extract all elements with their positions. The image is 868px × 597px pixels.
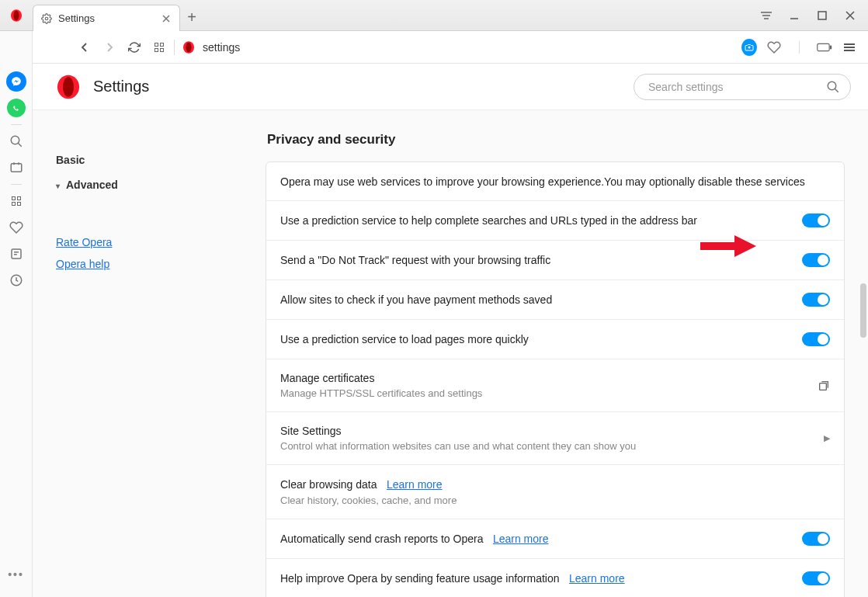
opera-logo-icon <box>10 9 23 22</box>
row-label: Manage certificates <box>280 372 818 384</box>
svg-marker-17 <box>734 235 756 257</box>
chevron-left-icon <box>79 42 90 53</box>
svg-point-4 <box>11 136 19 144</box>
minimize-icon <box>789 10 800 21</box>
rail-history-button[interactable] <box>6 270 26 290</box>
row-prediction-search[interactable]: Use a prediction service to help complet… <box>266 201 844 241</box>
whatsapp-icon <box>7 99 26 117</box>
learn-more-link[interactable]: Learn more <box>387 478 443 491</box>
camera-icon <box>741 39 757 56</box>
whatsapp-button[interactable] <box>6 98 26 118</box>
row-do-not-track[interactable]: Send a "Do Not Track" request with your … <box>266 241 844 280</box>
row-clear-browsing-data[interactable]: Clear browsing data Learn more Clear his… <box>266 465 844 519</box>
tab-menu-button[interactable] <box>759 9 773 23</box>
toggle-payment-methods[interactable] <box>802 293 830 307</box>
row-prediction-load[interactable]: Use a prediction service to load pages m… <box>266 320 844 359</box>
battery-saver-button[interactable] <box>817 40 832 55</box>
row-manage-certificates[interactable]: Manage certificates Manage HTTPS/SSL cer… <box>266 359 844 412</box>
rail-bookmarks-button[interactable] <box>6 217 26 238</box>
toggle-prediction-load[interactable] <box>802 332 830 346</box>
gear-icon <box>41 13 52 24</box>
toggle-crash-reports[interactable] <box>802 532 830 546</box>
sidebar-item-basic[interactable]: Basic <box>56 148 250 172</box>
settings-sidebar: Basic Advanced Rate Opera Opera help <box>33 110 266 597</box>
opera-menu-button[interactable] <box>0 0 33 30</box>
newspaper-icon <box>9 247 23 261</box>
row-intro: Opera may use web services to improve yo… <box>266 162 844 201</box>
sidebar-link-rate-opera[interactable]: Rate Opera <box>56 231 250 253</box>
svg-point-9 <box>186 42 191 52</box>
rail-separator <box>11 184 22 185</box>
chevron-right-icon <box>104 42 115 53</box>
easy-setup-button[interactable] <box>842 40 857 55</box>
intro-text: Opera may use web services to improve yo… <box>280 175 830 188</box>
address-field[interactable]: settings <box>182 41 741 54</box>
toggle-do-not-track[interactable] <box>802 253 830 267</box>
left-rail: ••• <box>0 31 33 597</box>
opera-logo-icon <box>182 41 195 54</box>
row-sublabel: Manage HTTPS/SSL certificates and settin… <box>280 387 818 399</box>
tab-title: Settings <box>58 12 95 24</box>
close-icon <box>845 10 856 21</box>
toggle-prediction-search[interactable] <box>802 213 830 227</box>
speed-dial-icon <box>155 43 164 52</box>
row-label: Allow sites to check if you have payment… <box>280 293 802 306</box>
row-label: Use a prediction service to help complet… <box>280 214 802 227</box>
svg-rect-15 <box>820 383 827 390</box>
settings-page: Settings Basic Advanced Rate Opera Opera… <box>33 64 868 597</box>
tab-menu-icon <box>760 10 773 21</box>
rail-settings-button[interactable]: ••• <box>6 564 26 585</box>
title-bar: Settings + <box>0 0 868 31</box>
maximize-button[interactable] <box>815 9 829 23</box>
rail-separator <box>11 124 22 125</box>
reload-button[interactable] <box>127 40 141 54</box>
tab-close-button[interactable] <box>161 13 172 24</box>
settings-header: Settings <box>33 64 868 110</box>
toggle-usage-info[interactable] <box>802 571 830 585</box>
learn-more-link[interactable]: Learn more <box>569 572 625 585</box>
maximize-icon <box>818 11 827 20</box>
new-tab-button[interactable]: + <box>180 5 203 30</box>
chevron-right-icon: ▶ <box>824 433 830 443</box>
opera-logo-icon <box>56 75 81 99</box>
forward-button[interactable] <box>102 40 116 54</box>
messenger-button[interactable] <box>6 71 26 92</box>
search-settings-input[interactable] <box>634 74 851 100</box>
search-settings-wrap <box>634 74 851 100</box>
snapshot-button[interactable] <box>741 40 757 55</box>
address-text: settings <box>203 41 240 54</box>
row-label: Help improve Opera by sending feature us… <box>280 572 560 585</box>
speed-dial-button[interactable] <box>152 40 166 54</box>
svg-point-13 <box>63 77 74 97</box>
row-usage-info[interactable]: Help improve Opera by sending feature us… <box>266 559 844 597</box>
rail-news-button[interactable] <box>6 244 26 264</box>
svg-point-2 <box>45 17 48 20</box>
row-payment-methods[interactable]: Allow sites to check if you have payment… <box>266 280 844 320</box>
section-title-privacy: Privacy and security <box>266 132 845 148</box>
row-label: Use a prediction service to load pages m… <box>280 333 802 345</box>
row-site-settings[interactable]: Site Settings Control what information w… <box>266 412 844 465</box>
back-button[interactable] <box>78 40 92 54</box>
rail-search-button[interactable] <box>6 131 26 151</box>
close-icon <box>162 15 170 23</box>
row-label: Site Settings <box>280 425 824 437</box>
learn-more-link[interactable]: Learn more <box>493 533 549 545</box>
address-bar: settings <box>33 31 868 64</box>
rail-speed-dial-button[interactable] <box>6 191 26 211</box>
minimize-button[interactable] <box>787 9 801 23</box>
sidebar-link-opera-help[interactable]: Opera help <box>56 253 250 275</box>
scrollbar[interactable] <box>860 283 866 338</box>
row-crash-reports[interactable]: Automatically send crash reports to Oper… <box>266 519 844 559</box>
svg-rect-11 <box>830 45 832 49</box>
page-title: Settings <box>93 78 149 95</box>
browser-tab[interactable]: Settings <box>33 5 180 31</box>
row-label: Clear browsing data <box>280 478 377 491</box>
sidebar-item-advanced[interactable]: Advanced <box>56 172 250 197</box>
heart-icon <box>9 220 23 234</box>
close-window-button[interactable] <box>843 9 857 23</box>
rail-personal-news-button[interactable] <box>6 158 26 178</box>
search-icon <box>826 80 840 94</box>
bookmark-button[interactable] <box>766 40 782 55</box>
svg-point-1 <box>13 10 19 20</box>
row-label: Automatically send crash reports to Oper… <box>280 533 483 545</box>
